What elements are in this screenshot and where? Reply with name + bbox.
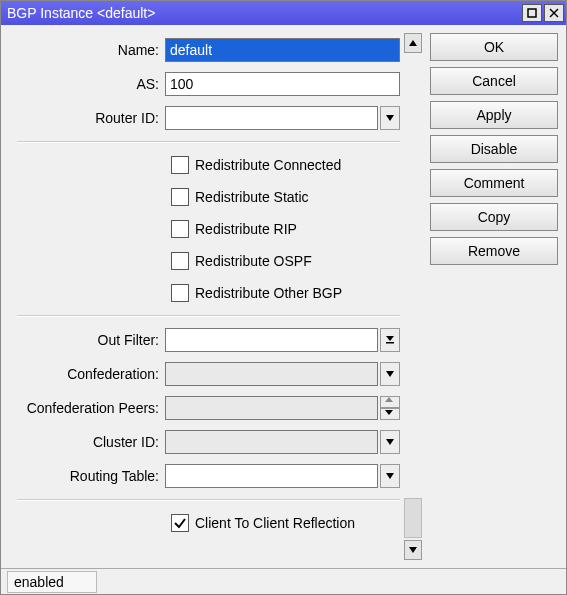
confederation-expand-button[interactable] [380, 362, 400, 386]
chevron-down-icon [408, 545, 418, 555]
chevron-down-icon [385, 437, 395, 447]
scroll-up-button[interactable] [404, 33, 422, 53]
scroll-track[interactable] [404, 55, 422, 538]
scroll-column [404, 33, 424, 560]
divider [17, 141, 400, 143]
copy-button[interactable]: Copy [430, 203, 558, 231]
name-input[interactable] [165, 38, 400, 62]
scroll-down-button[interactable] [404, 540, 422, 560]
svg-marker-4 [386, 336, 394, 341]
out-filter-dropdown[interactable] [165, 328, 378, 352]
svg-marker-9 [386, 439, 394, 445]
as-input[interactable] [165, 72, 400, 96]
checkmark-icon [173, 516, 187, 530]
titlebar: BGP Instance <default> [1, 1, 566, 25]
divider [17, 315, 400, 317]
fields-column: Name: AS: Router ID: [9, 33, 404, 560]
chevron-down-icon [385, 471, 395, 481]
comment-button[interactable]: Comment [430, 169, 558, 197]
svg-marker-6 [386, 371, 394, 377]
name-label: Name: [9, 42, 165, 58]
router-id-label: Router ID: [9, 110, 165, 126]
arrow-down-bar-icon [385, 335, 395, 345]
svg-marker-12 [409, 547, 417, 553]
client-reflection-label: Client To Client Reflection [195, 515, 355, 531]
chevron-down-icon [385, 113, 395, 123]
window-title: BGP Instance <default> [7, 5, 522, 21]
form-area: Name: AS: Router ID: [9, 33, 424, 560]
cluster-id-expand-button[interactable] [380, 430, 400, 454]
scroll-thumb[interactable] [404, 498, 422, 538]
out-filter-expand-button[interactable] [380, 328, 400, 352]
svg-marker-8 [385, 410, 393, 415]
routing-table-label: Routing Table: [9, 468, 165, 484]
bgp-instance-window: BGP Instance <default> Name: AS: [0, 0, 567, 595]
divider [17, 499, 400, 501]
confed-peers-up-button[interactable] [380, 396, 400, 408]
redistribute-other-bgp-checkbox[interactable] [171, 284, 189, 302]
redistribute-ospf-checkbox[interactable] [171, 252, 189, 270]
apply-button[interactable]: Apply [430, 101, 558, 129]
router-id-dropdown[interactable] [165, 106, 378, 130]
as-label: AS: [9, 76, 165, 92]
confederation-peers-dropdown[interactable] [165, 396, 378, 420]
maximize-button[interactable] [522, 4, 542, 22]
chevron-down-icon [385, 409, 395, 419]
confederation-peers-label: Confederation Peers: [9, 400, 165, 416]
svg-marker-3 [386, 115, 394, 121]
status-text: enabled [7, 571, 97, 593]
close-icon [549, 8, 559, 18]
cluster-id-dropdown[interactable] [165, 430, 378, 454]
svg-rect-5 [386, 342, 394, 344]
svg-rect-0 [528, 9, 536, 17]
chevron-up-icon [385, 397, 395, 407]
redistribute-static-checkbox[interactable] [171, 188, 189, 206]
statusbar: enabled [1, 568, 566, 594]
remove-button[interactable]: Remove [430, 237, 558, 265]
disable-button[interactable]: Disable [430, 135, 558, 163]
out-filter-label: Out Filter: [9, 332, 165, 348]
chevron-down-icon [385, 369, 395, 379]
routing-table-expand-button[interactable] [380, 464, 400, 488]
confederation-label: Confederation: [9, 366, 165, 382]
redistribute-rip-checkbox[interactable] [171, 220, 189, 238]
redistribute-ospf-label: Redistribute OSPF [195, 253, 312, 269]
svg-marker-11 [409, 40, 417, 46]
redistribute-connected-checkbox[interactable] [171, 156, 189, 174]
form-body: Name: AS: Router ID: [9, 33, 424, 560]
routing-table-dropdown[interactable] [165, 464, 378, 488]
redistribute-other-bgp-label: Redistribute Other BGP [195, 285, 342, 301]
confederation-dropdown[interactable] [165, 362, 378, 386]
chevron-up-icon [408, 38, 418, 48]
content-area: Name: AS: Router ID: [1, 25, 566, 568]
confed-peers-down-button[interactable] [380, 408, 400, 420]
svg-marker-10 [386, 473, 394, 479]
ok-button[interactable]: OK [430, 33, 558, 61]
cancel-button[interactable]: Cancel [430, 67, 558, 95]
svg-marker-7 [385, 397, 393, 402]
button-column: OK Cancel Apply Disable Comment Copy Rem… [430, 33, 558, 560]
redistribute-rip-label: Redistribute RIP [195, 221, 297, 237]
cluster-id-label: Cluster ID: [9, 434, 165, 450]
redistribute-connected-label: Redistribute Connected [195, 157, 341, 173]
close-button[interactable] [544, 4, 564, 22]
redistribute-static-label: Redistribute Static [195, 189, 309, 205]
client-reflection-checkbox[interactable] [171, 514, 189, 532]
maximize-icon [527, 8, 537, 18]
router-id-expand-button[interactable] [380, 106, 400, 130]
